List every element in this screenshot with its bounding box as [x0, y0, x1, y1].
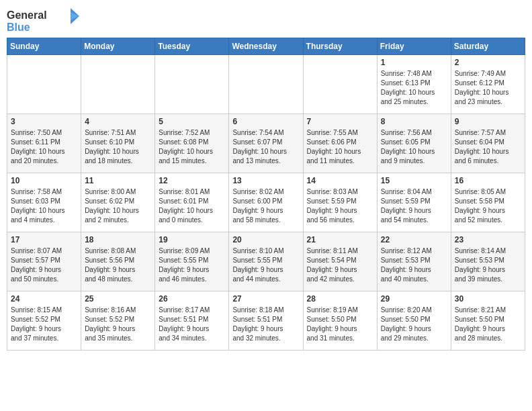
calendar-cell: 12Sunrise: 8:01 AM Sunset: 6:01 PM Dayli… — [155, 173, 229, 232]
calendar-cell: 20Sunrise: 8:10 AM Sunset: 5:55 PM Dayli… — [229, 232, 303, 291]
day-number: 3 — [11, 117, 77, 126]
weekday-header: Tuesday — [155, 38, 229, 55]
calendar-cell: 29Sunrise: 8:20 AM Sunset: 5:50 PM Dayli… — [377, 291, 451, 351]
calendar-cell: 6Sunrise: 7:54 AM Sunset: 6:07 PM Daylig… — [229, 114, 303, 173]
calendar-cell: 24Sunrise: 8:15 AM Sunset: 5:52 PM Dayli… — [7, 291, 81, 351]
day-number: 1 — [381, 58, 447, 67]
calendar-cell: 3Sunrise: 7:50 AM Sunset: 6:11 PM Daylig… — [7, 114, 81, 173]
day-number: 21 — [307, 235, 373, 244]
day-number: 6 — [232, 117, 299, 126]
day-info: Sunrise: 8:09 AM Sunset: 5:55 PM Dayligh… — [159, 246, 225, 284]
weekday-header: Saturday — [451, 38, 525, 55]
day-info: Sunrise: 8:03 AM Sunset: 5:59 PM Dayligh… — [307, 187, 373, 225]
page-header: General Blue — [7, 7, 525, 34]
calendar-cell: 17Sunrise: 8:07 AM Sunset: 5:57 PM Dayli… — [7, 232, 81, 291]
day-info: Sunrise: 8:01 AM Sunset: 6:01 PM Dayligh… — [159, 187, 225, 225]
day-number: 30 — [455, 294, 521, 304]
calendar-cell: 11Sunrise: 8:00 AM Sunset: 6:02 PM Dayli… — [81, 173, 155, 232]
calendar-cell — [229, 55, 303, 114]
day-info: Sunrise: 8:07 AM Sunset: 5:57 PM Dayligh… — [11, 246, 77, 284]
day-number: 4 — [85, 117, 151, 126]
day-info: Sunrise: 8:18 AM Sunset: 5:51 PM Dayligh… — [232, 306, 299, 343]
day-number: 17 — [11, 235, 77, 244]
day-info: Sunrise: 7:54 AM Sunset: 6:07 PM Dayligh… — [232, 128, 299, 166]
day-info: Sunrise: 8:00 AM Sunset: 6:02 PM Dayligh… — [85, 187, 151, 225]
day-number: 2 — [455, 58, 521, 67]
calendar-week: 17Sunrise: 8:07 AM Sunset: 5:57 PM Dayli… — [7, 232, 525, 291]
calendar-cell: 10Sunrise: 7:58 AM Sunset: 6:03 PM Dayli… — [7, 173, 81, 232]
day-number: 10 — [11, 176, 77, 185]
day-number: 25 — [85, 294, 151, 304]
weekday-header: Thursday — [303, 38, 377, 55]
weekday-header: Wednesday — [229, 38, 303, 55]
calendar-cell: 18Sunrise: 8:08 AM Sunset: 5:56 PM Dayli… — [81, 232, 155, 291]
day-number: 8 — [381, 117, 447, 126]
day-info: Sunrise: 7:56 AM Sunset: 6:05 PM Dayligh… — [381, 128, 447, 166]
logo: General Blue — [7, 7, 87, 34]
calendar-cell — [155, 55, 229, 114]
day-info: Sunrise: 7:52 AM Sunset: 6:08 PM Dayligh… — [159, 128, 225, 166]
day-info: Sunrise: 7:51 AM Sunset: 6:10 PM Dayligh… — [85, 128, 151, 166]
day-info: Sunrise: 8:19 AM Sunset: 5:50 PM Dayligh… — [307, 306, 373, 343]
weekday-row: SundayMondayTuesdayWednesdayThursdayFrid… — [7, 38, 525, 55]
day-info: Sunrise: 7:49 AM Sunset: 6:12 PM Dayligh… — [455, 69, 521, 107]
svg-text:General: General — [7, 9, 47, 21]
day-number: 18 — [85, 235, 151, 244]
calendar-week: 24Sunrise: 8:15 AM Sunset: 5:52 PM Dayli… — [7, 291, 525, 351]
day-number: 9 — [455, 117, 521, 126]
day-number: 23 — [455, 235, 521, 244]
day-number: 7 — [307, 117, 373, 126]
day-number: 24 — [11, 294, 77, 304]
calendar-body: 1Sunrise: 7:48 AM Sunset: 6:13 PM Daylig… — [7, 55, 525, 351]
calendar-cell: 25Sunrise: 8:16 AM Sunset: 5:52 PM Dayli… — [81, 291, 155, 351]
day-info: Sunrise: 8:20 AM Sunset: 5:50 PM Dayligh… — [381, 306, 447, 343]
day-number: 28 — [307, 294, 373, 304]
day-number: 29 — [381, 294, 447, 304]
calendar-table: SundayMondayTuesdayWednesdayThursdayFrid… — [7, 38, 525, 351]
day-info: Sunrise: 8:12 AM Sunset: 5:53 PM Dayligh… — [381, 246, 447, 284]
day-number: 16 — [455, 176, 521, 185]
day-info: Sunrise: 7:57 AM Sunset: 6:04 PM Dayligh… — [455, 128, 521, 166]
day-info: Sunrise: 8:05 AM Sunset: 5:58 PM Dayligh… — [455, 187, 521, 225]
calendar-cell: 21Sunrise: 8:11 AM Sunset: 5:54 PM Dayli… — [303, 232, 377, 291]
calendar-header: SundayMondayTuesdayWednesdayThursdayFrid… — [7, 38, 525, 55]
calendar-cell: 16Sunrise: 8:05 AM Sunset: 5:58 PM Dayli… — [451, 173, 525, 232]
day-info: Sunrise: 8:02 AM Sunset: 6:00 PM Dayligh… — [232, 187, 299, 225]
weekday-header: Monday — [81, 38, 155, 55]
calendar-cell: 2Sunrise: 7:49 AM Sunset: 6:12 PM Daylig… — [451, 55, 525, 114]
calendar-cell — [7, 55, 81, 114]
calendar-cell: 1Sunrise: 7:48 AM Sunset: 6:13 PM Daylig… — [377, 55, 451, 114]
weekday-header: Friday — [377, 38, 451, 55]
day-number: 15 — [381, 176, 447, 185]
day-info: Sunrise: 8:14 AM Sunset: 5:53 PM Dayligh… — [455, 246, 521, 284]
calendar-cell: 22Sunrise: 8:12 AM Sunset: 5:53 PM Dayli… — [377, 232, 451, 291]
weekday-header: Sunday — [7, 38, 81, 55]
calendar-cell: 15Sunrise: 8:04 AM Sunset: 5:59 PM Dayli… — [377, 173, 451, 232]
calendar-cell: 5Sunrise: 7:52 AM Sunset: 6:08 PM Daylig… — [155, 114, 229, 173]
calendar-cell: 23Sunrise: 8:14 AM Sunset: 5:53 PM Dayli… — [451, 232, 525, 291]
day-number: 11 — [85, 176, 151, 185]
day-info: Sunrise: 8:11 AM Sunset: 5:54 PM Dayligh… — [307, 246, 373, 284]
calendar-cell: 9Sunrise: 7:57 AM Sunset: 6:04 PM Daylig… — [451, 114, 525, 173]
calendar-cell: 14Sunrise: 8:03 AM Sunset: 5:59 PM Dayli… — [303, 173, 377, 232]
calendar-week: 10Sunrise: 7:58 AM Sunset: 6:03 PM Dayli… — [7, 173, 525, 232]
day-info: Sunrise: 8:16 AM Sunset: 5:52 PM Dayligh… — [85, 306, 151, 343]
day-info: Sunrise: 8:10 AM Sunset: 5:55 PM Dayligh… — [232, 246, 299, 284]
calendar-cell: 13Sunrise: 8:02 AM Sunset: 6:00 PM Dayli… — [229, 173, 303, 232]
day-info: Sunrise: 7:50 AM Sunset: 6:11 PM Dayligh… — [11, 128, 77, 166]
day-info: Sunrise: 8:21 AM Sunset: 5:50 PM Dayligh… — [455, 306, 521, 343]
calendar-cell — [303, 55, 377, 114]
day-number: 13 — [232, 176, 299, 185]
svg-text:Blue: Blue — [7, 21, 30, 33]
day-info: Sunrise: 8:04 AM Sunset: 5:59 PM Dayligh… — [381, 187, 447, 225]
day-number: 27 — [232, 294, 299, 304]
day-info: Sunrise: 8:17 AM Sunset: 5:51 PM Dayligh… — [159, 306, 225, 343]
calendar-cell: 26Sunrise: 8:17 AM Sunset: 5:51 PM Dayli… — [155, 291, 229, 351]
day-info: Sunrise: 7:55 AM Sunset: 6:06 PM Dayligh… — [307, 128, 373, 166]
calendar-cell — [81, 55, 155, 114]
day-number: 26 — [159, 294, 225, 304]
logo-svg: General Blue — [7, 7, 87, 34]
day-number: 20 — [232, 235, 299, 244]
day-number: 5 — [159, 117, 225, 126]
day-info: Sunrise: 8:15 AM Sunset: 5:52 PM Dayligh… — [11, 306, 77, 343]
